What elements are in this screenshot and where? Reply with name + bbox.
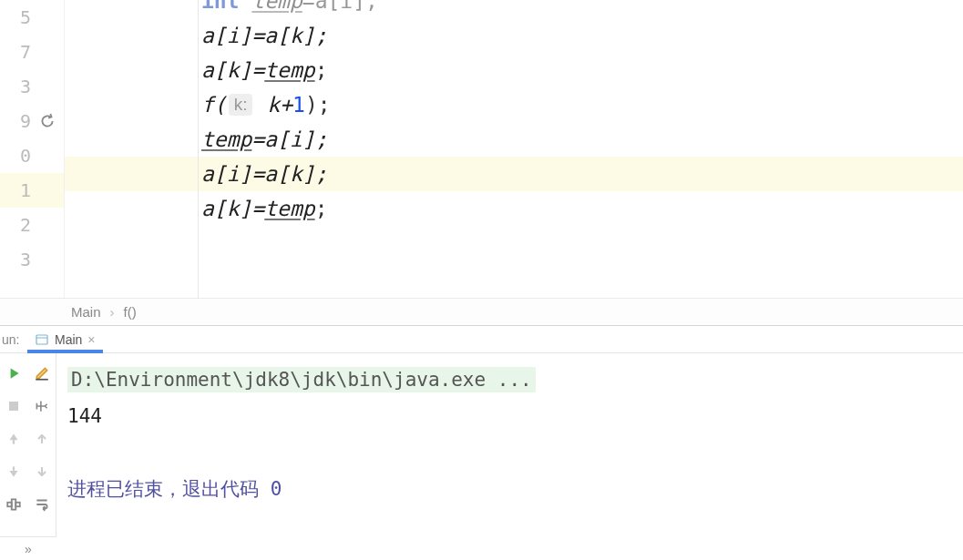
gutter-line[interactable]: 7 — [0, 35, 64, 69]
breadcrumb-item[interactable]: Main — [71, 304, 101, 320]
soft-wrap-icon[interactable] — [31, 494, 53, 515]
exit-icon[interactable] — [3, 494, 25, 515]
svg-marker-2 — [11, 368, 19, 378]
gutter-line[interactable]: 9 — [0, 104, 64, 138]
arrow-up-icon[interactable] — [31, 428, 53, 450]
code-line[interactable]: int temp=a[i]; — [65, 0, 963, 18]
code-line[interactable]: a[k]=temp; — [65, 53, 963, 87]
svg-rect-3 — [9, 402, 18, 411]
arrow-down-icon[interactable] — [31, 461, 53, 483]
run-panel: un: Main × — [0, 325, 963, 560]
svg-rect-4 — [13, 440, 15, 444]
code-line[interactable]: f(k: k+1); — [65, 87, 963, 122]
expand-icon[interactable]: » — [0, 536, 56, 560]
recursive-call-icon[interactable] — [38, 112, 56, 130]
code-line[interactable]: a[i]=a[k]; — [65, 18, 963, 53]
rerun-icon[interactable] — [3, 362, 25, 384]
scroll-up-icon[interactable] — [3, 428, 25, 450]
chevron-right-icon: › — [110, 304, 115, 320]
code-line[interactable] — [65, 226, 963, 260]
gutter-line[interactable]: 0 — [0, 138, 64, 173]
breadcrumbs: Main › f() — [0, 298, 963, 325]
svg-rect-0 — [36, 335, 47, 344]
editor-area: 5 7 3 9 0 1 2 3 int temp=a[i]; a[i]=a[k]… — [0, 0, 963, 298]
console-stdout: 144 — [67, 399, 952, 435]
gutter: 5 7 3 9 0 1 2 3 — [0, 0, 65, 298]
gutter-line[interactable]: 3 — [0, 242, 64, 277]
run-tab[interactable]: Main × — [27, 326, 103, 352]
code-area[interactable]: int temp=a[i]; a[i]=a[k]; a[k]=temp; f(k… — [65, 0, 963, 298]
parameter-hint: k: — [229, 94, 253, 116]
code-line-current[interactable]: a[i]=a[k]; — [65, 157, 963, 191]
run-header: un: Main × — [0, 326, 963, 353]
run-body: D:\Environment\jdk8\jdk\bin\java.exe ...… — [0, 353, 963, 536]
run-tab-label: Main — [55, 332, 82, 347]
code-line[interactable]: temp=a[i]; — [65, 122, 963, 157]
code-line[interactable]: a[k]=temp; — [65, 191, 963, 226]
run-toolbar — [0, 353, 56, 536]
console-output[interactable]: D:\Environment\jdk8\jdk\bin\java.exe ...… — [56, 353, 963, 536]
gutter-line[interactable]: 5 — [0, 0, 64, 35]
svg-rect-7 — [8, 503, 13, 507]
stop-icon[interactable] — [3, 395, 25, 417]
close-icon[interactable]: × — [87, 332, 95, 347]
console-command: D:\Environment\jdk8\jdk\bin\java.exe ... — [67, 367, 536, 392]
gutter-line[interactable]: 3 — [0, 69, 64, 104]
scroll-down-icon[interactable] — [3, 461, 25, 483]
edit-icon[interactable] — [31, 362, 53, 384]
layout-icon[interactable] — [31, 395, 53, 417]
breadcrumb-item[interactable]: f() — [124, 304, 137, 320]
indent-guide — [198, 0, 199, 298]
run-label: un: — [0, 332, 27, 347]
gutter-line[interactable]: 2 — [0, 208, 64, 242]
run-config-icon — [35, 332, 49, 347]
gutter-line-current[interactable]: 1 — [0, 173, 64, 208]
svg-rect-5 — [13, 466, 15, 471]
console-exit-message: 进程已结束，退出代码 0 — [67, 472, 952, 508]
svg-rect-8 — [16, 503, 21, 507]
